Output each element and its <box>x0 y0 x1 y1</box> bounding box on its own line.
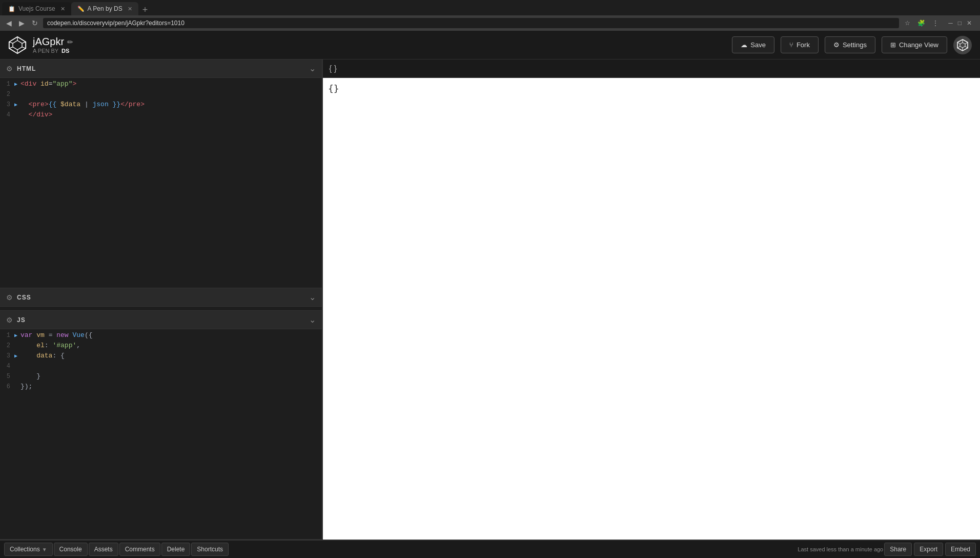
avatar-icon <box>956 39 969 51</box>
html-panel: ⚙ HTML ⌄ 1 ▶ <div id="app"> 2 <box>0 59 322 288</box>
css-panel-header: ⚙ CSS ⌄ <box>0 288 322 307</box>
author-name: DS <box>62 48 69 54</box>
change-view-label: Change View <box>899 41 938 49</box>
svg-marker-1 <box>13 41 22 50</box>
close-icon-2[interactable]: ✕ <box>128 6 132 12</box>
html-line-3: 3 ▶ <pre>{{ $data | json }}</pre> <box>0 101 322 111</box>
preview-output: {} <box>328 83 339 94</box>
svg-line-3 <box>22 42 26 43</box>
collections-label: Collections <box>10 546 40 553</box>
delete-button[interactable]: Delete <box>161 543 191 556</box>
css-panel-title: CSS <box>17 294 31 301</box>
settings-button[interactable]: ⚙ Settings <box>825 36 875 53</box>
preview-panel-header: { } <box>323 59 980 78</box>
tab-a-pen-by-ds[interactable]: ✏️ A Pen by DS ✕ <box>71 2 138 15</box>
new-tab-button[interactable]: + <box>138 5 152 15</box>
export-label: Export <box>920 546 937 553</box>
html-collapse-button[interactable]: ⌄ <box>309 64 316 73</box>
save-status: Last saved less than a minute ago <box>798 546 883 552</box>
html-settings-icon[interactable]: ⚙ <box>6 65 13 73</box>
back-button[interactable]: ◀ <box>4 18 14 28</box>
menu-button[interactable]: ⋮ <box>930 18 941 28</box>
codepen-logo <box>8 36 27 54</box>
svg-line-6 <box>9 47 13 48</box>
bottom-bar: Collections ▼ Console Assets Comments De… <box>0 540 980 558</box>
assets-button[interactable]: Assets <box>89 543 118 556</box>
embed-button[interactable]: Embed <box>945 543 976 556</box>
js-line-3: 3 ▶ data: { <box>0 352 322 362</box>
close-icon[interactable]: ✕ <box>60 6 65 12</box>
html-line-1: 1 ▶ <div id="app"> <box>0 80 322 90</box>
html-panel-title: HTML <box>17 65 36 72</box>
save-label: Save <box>750 41 766 49</box>
js-line-4: 4 <box>0 362 322 372</box>
tab-icon-2: ✏️ <box>77 6 85 12</box>
shortcuts-label: Shortcuts <box>197 546 223 553</box>
bookmark-button[interactable]: ☆ <box>902 18 913 28</box>
settings-icon: ⚙ <box>833 41 840 49</box>
embed-label: Embed <box>951 546 970 553</box>
tab-vuejs-course[interactable]: 📋 Vuejs Course ✕ <box>2 2 71 15</box>
console-button[interactable]: Console <box>54 543 88 556</box>
tab-icon: 📋 <box>8 6 15 12</box>
css-panel: ⚙ CSS ⌄ <box>0 288 322 311</box>
js-panel-header: ⚙ JS ⌄ <box>0 311 322 329</box>
address-input[interactable] <box>43 18 899 28</box>
js-code-lines: 1 ▶ var vm = new Vue({ 2 el: '#app', 3 ▶ <box>0 331 322 393</box>
collections-button[interactable]: Collections ▼ <box>4 543 53 556</box>
preview-icon: { } <box>329 64 337 73</box>
comments-label: Comments <box>125 546 155 553</box>
comments-button[interactable]: Comments <box>119 543 160 556</box>
tab-title-2: A Pen by DS <box>88 5 122 12</box>
fork-icon: ⑂ <box>789 41 793 49</box>
console-label: Console <box>59 546 82 553</box>
js-collapse-button[interactable]: ⌄ <box>309 315 316 325</box>
js-line-6: 6 }); <box>0 383 322 393</box>
share-label: Share <box>890 546 906 553</box>
editors-column: ⚙ HTML ⌄ 1 ▶ <div id="app"> 2 <box>0 59 323 540</box>
js-line-2: 2 el: '#app', <box>0 342 322 352</box>
change-view-icon: ⊞ <box>890 41 896 49</box>
tab-title: Vuejs Course <box>18 5 55 12</box>
edit-pen-name-icon[interactable]: ✏ <box>67 38 73 46</box>
js-line-5: 5 } <box>0 372 322 383</box>
extension-button[interactable]: 🧩 <box>915 18 928 28</box>
assets-label: Assets <box>94 546 113 553</box>
save-button[interactable]: ☁ Save <box>732 36 774 53</box>
html-code-lines: 1 ▶ <div id="app"> 2 3 ▶ <pre>{{ <box>0 80 322 121</box>
html-panel-header: ⚙ HTML ⌄ <box>0 59 322 78</box>
svg-line-4 <box>22 47 26 48</box>
share-button[interactable]: Share <box>884 543 912 556</box>
pen-name: jAGpkr <box>33 36 64 48</box>
bottom-right-buttons: Share Export Embed <box>884 543 976 556</box>
preview-content: {} <box>323 78 980 540</box>
html-line-4: 4 </div> <box>0 111 322 121</box>
save-icon: ☁ <box>741 41 747 49</box>
collections-dropdown-arrow: ▼ <box>42 547 47 552</box>
fork-label: Fork <box>797 41 810 49</box>
settings-label: Settings <box>843 41 867 49</box>
html-editor[interactable]: 1 ▶ <div id="app"> 2 3 ▶ <pre>{{ <box>0 78 322 288</box>
js-panel-title: JS <box>17 316 26 324</box>
shortcuts-button[interactable]: Shortcuts <box>191 543 229 556</box>
css-settings-icon[interactable]: ⚙ <box>6 293 13 302</box>
main-layout: ⚙ HTML ⌄ 1 ▶ <div id="app"> 2 <box>0 59 980 540</box>
change-view-button[interactable]: ⊞ Change View <box>882 36 947 53</box>
user-avatar[interactable] <box>953 36 972 54</box>
author-prefix: A PEN BY <box>33 48 58 54</box>
js-panel: ⚙ JS ⌄ 1 ▶ var vm = new Vue({ 2 <box>0 311 322 540</box>
js-editor[interactable]: 1 ▶ var vm = new Vue({ 2 el: '#app', 3 ▶ <box>0 329 322 539</box>
export-button[interactable]: Export <box>914 543 943 556</box>
svg-marker-9 <box>960 43 965 48</box>
close-window-button[interactable]: ✕ <box>965 18 974 28</box>
fork-button[interactable]: ⑂ Fork <box>781 36 819 53</box>
reload-button[interactable]: ↻ <box>30 18 40 28</box>
js-settings-icon[interactable]: ⚙ <box>6 316 13 324</box>
maximize-button[interactable]: □ <box>956 18 964 28</box>
html-line-2: 2 <box>0 90 322 101</box>
css-collapse-button[interactable]: ⌄ <box>309 292 316 302</box>
forward-button[interactable]: ▶ <box>17 18 27 28</box>
delete-label: Delete <box>167 546 185 553</box>
minimize-button[interactable]: ─ <box>946 18 955 28</box>
preview-panel: { } {} <box>323 59 980 540</box>
